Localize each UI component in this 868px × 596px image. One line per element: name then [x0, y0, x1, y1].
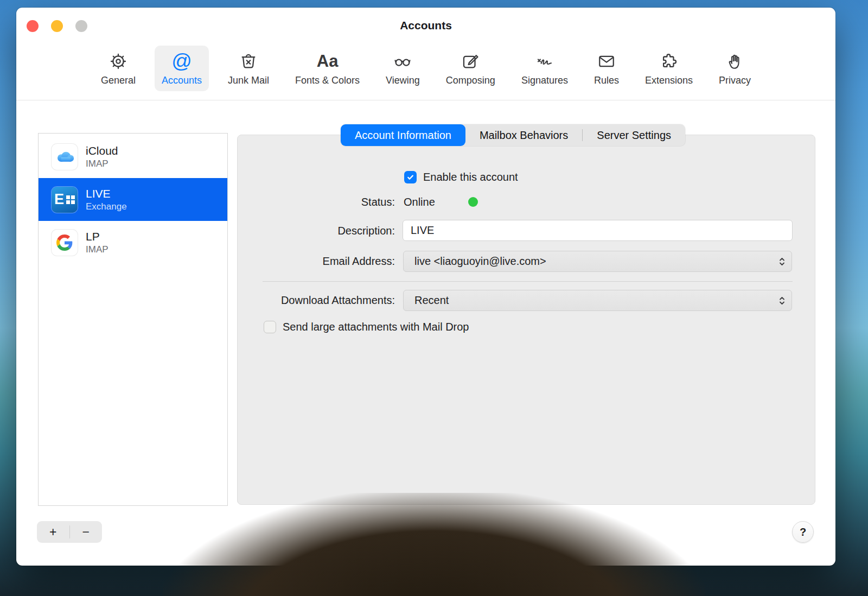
popup-chevrons-icon: [778, 256, 786, 267]
accounts-window: Accounts General @ Accounts: [16, 8, 835, 566]
titlebar: Accounts: [16, 8, 835, 40]
status-value: Online: [404, 195, 435, 208]
toolbar-item-label: Signatures: [521, 75, 568, 86]
account-detail-panel: Enable this account Status: Online Descr…: [237, 135, 815, 505]
email-address-value: live <liaoguoyin@live.com>: [414, 255, 546, 268]
detail-tabs: Account Information Mailbox Behaviors Se…: [341, 124, 685, 146]
mail-drop-row: Send large attachments with Mail Drop: [264, 321, 469, 333]
enable-account-label: Enable this account: [423, 171, 518, 183]
glasses-icon: [393, 50, 412, 73]
envelope-icon: [597, 50, 616, 73]
preferences-toolbar: General @ Accounts Junk Mail Aa Font: [16, 46, 835, 100]
account-type: Exchange: [86, 201, 127, 212]
enable-account-row: Enable this account: [404, 171, 518, 183]
toolbar-item-general[interactable]: General: [94, 46, 143, 91]
account-list-actions: + −: [37, 521, 102, 543]
toolbar-item-rules[interactable]: Rules: [587, 46, 626, 91]
toolbar-item-label: Rules: [594, 75, 619, 86]
mail-drop-label: Send large attachments with Mail Drop: [283, 321, 469, 333]
toolbar-item-label: Fonts & Colors: [295, 75, 360, 86]
accounts-list: iCloud IMAP E LIVE Exchange: [38, 133, 228, 506]
account-type: IMAP: [86, 158, 118, 169]
exchange-icon: E: [52, 187, 78, 213]
download-attachments-label: Download Attachments:: [238, 294, 395, 307]
fonts-icon: Aa: [317, 50, 339, 73]
compose-icon: [461, 50, 480, 73]
account-row-live[interactable]: E LIVE Exchange: [39, 178, 227, 221]
account-name: LIVE: [86, 187, 127, 201]
toolbar-item-extensions[interactable]: Extensions: [638, 46, 700, 91]
at-icon: @: [171, 50, 192, 73]
toolbar-item-label: Privacy: [719, 75, 751, 86]
tab-mailbox-behaviors[interactable]: Mailbox Behaviors: [465, 124, 582, 146]
enable-account-checkbox[interactable]: [404, 171, 417, 183]
email-address-popup[interactable]: live <liaoguoyin@live.com>: [403, 251, 792, 272]
mail-drop-checkbox[interactable]: [264, 321, 276, 333]
popup-chevrons-icon: [778, 295, 786, 306]
toolbar-item-label: Composing: [446, 75, 495, 86]
account-name: LP: [86, 230, 108, 244]
toolbar-item-label: Extensions: [645, 75, 693, 86]
toolbar-item-signatures[interactable]: Signatures: [514, 46, 575, 91]
remove-account-button[interactable]: −: [70, 521, 103, 543]
toolbar-item-label: Junk Mail: [228, 75, 269, 86]
window-title: Accounts: [16, 19, 835, 32]
tab-account-information[interactable]: Account Information: [341, 124, 465, 146]
desktop-wallpaper: Accounts General @ Accounts: [0, 0, 868, 596]
toolbar-item-viewing[interactable]: Viewing: [379, 46, 427, 91]
icloud-cloud-icon: [52, 144, 78, 170]
hand-icon: [726, 50, 744, 73]
account-name: iCloud: [86, 144, 118, 158]
description-label: Description:: [238, 224, 395, 237]
account-row-lp[interactable]: LP IMAP: [39, 221, 227, 264]
toolbar-item-privacy[interactable]: Privacy: [712, 46, 758, 91]
download-attachments-popup[interactable]: Recent: [403, 290, 792, 311]
download-attachments-value: Recent: [414, 294, 449, 307]
junk-bin-icon: [239, 50, 258, 73]
toolbar-item-accounts[interactable]: @ Accounts: [155, 46, 209, 91]
toolbar-item-composing[interactable]: Composing: [439, 46, 502, 91]
toolbar-item-junk-mail[interactable]: Junk Mail: [221, 46, 276, 91]
puzzle-icon: [660, 50, 678, 73]
signature-icon: [535, 50, 554, 73]
account-type: IMAP: [86, 244, 108, 255]
google-icon: [52, 230, 78, 256]
toolbar-item-label: Accounts: [162, 75, 202, 86]
help-button[interactable]: ?: [792, 521, 814, 543]
account-row-icloud[interactable]: iCloud IMAP: [39, 135, 227, 178]
status-label: Status:: [238, 195, 395, 208]
toolbar-item-label: General: [101, 75, 136, 86]
email-address-label: Email Address:: [238, 255, 395, 268]
toolbar-item-label: Viewing: [386, 75, 420, 86]
add-account-button[interactable]: +: [37, 521, 69, 543]
toolbar-item-fonts-colors[interactable]: Aa Fonts & Colors: [288, 46, 367, 91]
online-green-dot: [468, 197, 478, 207]
gear-icon: [109, 50, 127, 73]
section-divider: [263, 281, 793, 282]
description-input[interactable]: [403, 220, 793, 241]
tab-server-settings[interactable]: Server Settings: [583, 124, 685, 146]
